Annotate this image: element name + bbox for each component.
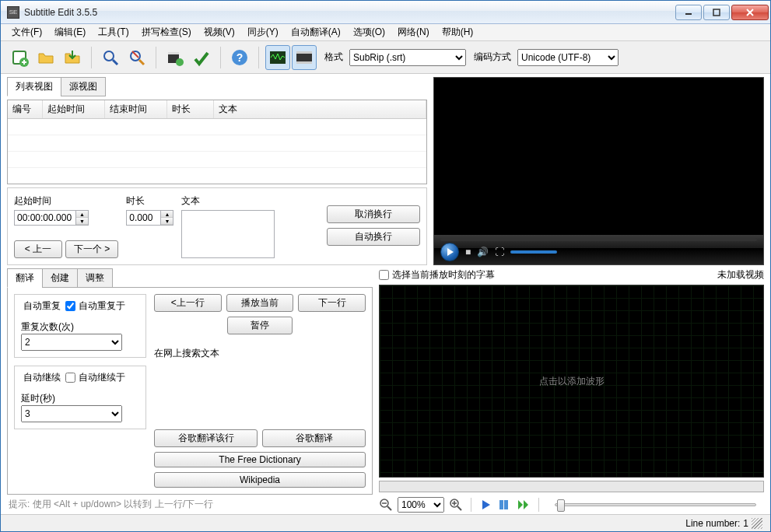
col-start[interactable]: 起始时间 (43, 100, 105, 118)
menu-edit[interactable]: 编辑(E) (48, 24, 92, 40)
fullscreen-icon[interactable]: ⛶ (495, 247, 504, 257)
menu-tools[interactable]: 工具(T) (92, 24, 135, 40)
encoding-label: 编码方式 (474, 51, 511, 64)
subtitle-table[interactable]: 编号 起始时间 结束时间 时长 文本 (7, 100, 427, 184)
start-time-spinner[interactable]: ▲▼ (76, 210, 89, 226)
table-row[interactable] (8, 119, 426, 135)
unbreak-button[interactable]: 取消换行 (327, 205, 420, 223)
prev-line-button[interactable]: < 上一 (14, 240, 62, 258)
select-play-subtitle-checkbox[interactable] (379, 270, 389, 280)
tab-adjust[interactable]: 调整 (77, 268, 113, 288)
minimize-button[interactable] (675, 5, 702, 20)
tab-source-view[interactable]: 源视图 (61, 77, 106, 96)
waveform-scrollbar[interactable] (379, 481, 764, 492)
table-row[interactable] (8, 168, 426, 184)
zoom-in-icon[interactable] (449, 498, 463, 512)
position-icon[interactable] (498, 498, 512, 512)
maximize-button[interactable] (703, 5, 730, 20)
nav-next-button[interactable]: 下一行 (298, 294, 366, 312)
menu-spellcheck[interactable]: 拼写检查(S) (135, 24, 198, 40)
start-time-input[interactable] (14, 210, 76, 226)
menu-network[interactable]: 网络(N) (391, 24, 436, 40)
table-header: 编号 起始时间 结束时间 时长 文本 (8, 100, 426, 119)
tab-translate[interactable]: 翻译 (7, 268, 43, 288)
visual-sync-button[interactable] (163, 45, 187, 70)
find-button[interactable] (98, 45, 123, 70)
close-button[interactable] (731, 5, 769, 20)
auto-continue-checkbox-label[interactable]: 自动继续于 (65, 372, 125, 383)
menu-autotranslate[interactable]: 自动翻译(A) (285, 24, 347, 40)
menu-options[interactable]: 选项(O) (347, 24, 391, 40)
auto-repeat-legend: 自动重复 (21, 299, 63, 313)
table-row[interactable] (8, 135, 426, 152)
toggle-video-button[interactable] (292, 45, 317, 70)
start-time-label: 起始时间 (14, 194, 118, 208)
tab-list-view[interactable]: 列表视图 (7, 77, 61, 96)
replace-button[interactable] (124, 45, 149, 70)
new-button[interactable] (7, 45, 32, 70)
auto-repeat-checkbox-label[interactable]: 自动重复于 (65, 300, 125, 311)
free-dictionary-button[interactable]: The Free Dictionary (154, 452, 366, 467)
next-line-button[interactable]: 下一个 > (65, 240, 118, 258)
video-player[interactable]: ■ 🔊 ⛶ (433, 77, 764, 265)
col-duration[interactable]: 时长 (167, 100, 214, 118)
autobreak-button[interactable]: 自动换行 (327, 228, 420, 246)
table-row[interactable] (8, 152, 426, 168)
subtitle-text-input[interactable] (181, 210, 275, 258)
play-current-button[interactable]: 播放当前 (226, 294, 294, 312)
select-play-subtitle-label[interactable]: 选择当前播放时刻的字幕 (379, 268, 495, 282)
stop-icon[interactable]: ■ (465, 247, 471, 257)
table-body[interactable] (8, 119, 426, 184)
duration-input[interactable] (126, 210, 161, 226)
tab-create[interactable]: 创建 (42, 268, 78, 288)
video-progress-bar[interactable] (440, 238, 757, 241)
mode-tabs: 翻译 创建 调整 (7, 268, 373, 288)
volume-icon[interactable]: 🔊 (477, 247, 489, 257)
save-button[interactable] (60, 45, 85, 70)
svg-rect-30 (499, 500, 503, 509)
format-label: 格式 (324, 51, 343, 64)
col-end[interactable]: 结束时间 (105, 100, 167, 118)
delay-select[interactable]: 3 (21, 405, 122, 422)
list-tabs: 列表视图 源视图 (7, 77, 427, 96)
svg-rect-20 (296, 51, 312, 54)
playback-speed-slider[interactable] (555, 503, 756, 506)
zoom-select[interactable]: 100% (398, 497, 444, 513)
duration-spinner[interactable]: ▲▼ (161, 210, 173, 226)
spellcheck-button[interactable] (189, 45, 214, 70)
goto-icon[interactable] (517, 498, 531, 512)
toggle-waveform-button[interactable] (265, 45, 290, 70)
pause-button[interactable]: 暂停 (227, 317, 293, 334)
encoding-select[interactable]: Unicode (UTF-8) (517, 49, 619, 66)
play-icon[interactable] (479, 498, 493, 512)
nav-prev-button[interactable]: <上一行 (154, 294, 222, 312)
help-button[interactable]: ? (227, 45, 252, 70)
svg-point-10 (131, 51, 140, 61)
slider-thumb[interactable] (557, 499, 565, 512)
svg-line-3 (747, 9, 753, 16)
auto-continue-checkbox[interactable] (65, 373, 75, 383)
volume-slider[interactable] (510, 250, 557, 254)
svg-point-8 (104, 51, 114, 61)
format-select[interactable]: SubRip (.srt) (349, 49, 466, 66)
menu-sync[interactable]: 同步(Y) (241, 24, 285, 40)
col-text[interactable]: 文本 (214, 100, 426, 118)
svg-rect-31 (504, 500, 508, 509)
auto-repeat-checkbox[interactable] (65, 301, 75, 311)
zoom-out-icon[interactable] (379, 498, 393, 512)
waveform-area[interactable]: 点击以添加波形 (379, 285, 764, 478)
menu-help[interactable]: 帮助(H) (436, 24, 480, 40)
play-button[interactable] (440, 243, 459, 261)
google-translate-line-button[interactable]: 谷歌翻译该行 (154, 429, 258, 447)
menu-file[interactable]: 文件(F) (5, 24, 48, 40)
col-number[interactable]: 编号 (8, 100, 43, 118)
menu-video[interactable]: 视频(V) (198, 24, 241, 40)
repeat-count-select[interactable]: 2 (21, 334, 122, 351)
open-button[interactable] (33, 45, 58, 70)
duration-label: 时长 (126, 194, 173, 208)
google-translate-button[interactable]: 谷歌翻译 (262, 429, 366, 447)
auto-continue-legend: 自动继续 (21, 371, 63, 384)
resize-grip[interactable] (752, 518, 762, 529)
wikipedia-button[interactable]: Wikipedia (154, 472, 366, 488)
svg-point-15 (176, 58, 184, 66)
